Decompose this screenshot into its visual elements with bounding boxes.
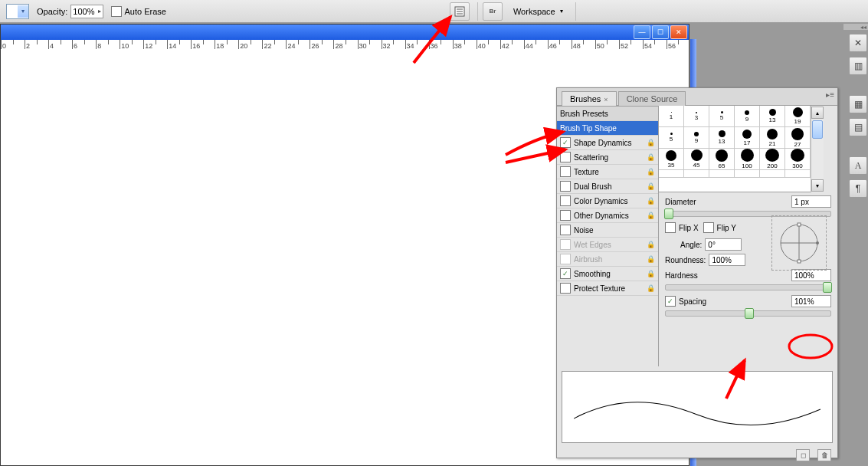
- scrollbar[interactable]: ▴ ▾: [811, 106, 824, 192]
- brush-swatch[interactable]: 1: [659, 106, 684, 127]
- checkbox[interactable]: [560, 181, 571, 192]
- diameter-input[interactable]: 1 px: [791, 195, 831, 208]
- option-wet-edges[interactable]: Wet Edges🔒: [557, 238, 658, 252]
- brush-swatch[interactable]: 21: [760, 127, 785, 149]
- brush-swatch[interactable]: 5: [709, 106, 735, 127]
- paragraph-icon[interactable]: ¶: [849, 179, 867, 198]
- option-smoothing[interactable]: ✓Smoothing🔒: [557, 267, 658, 281]
- brush-swatch[interactable]: 200: [760, 149, 785, 170]
- angle-input[interactable]: 0°: [705, 238, 742, 251]
- brush-grid[interactable]: 135913195913172127354565100200300: [659, 106, 811, 192]
- brush-swatch[interactable]: [735, 170, 760, 178]
- close-icon[interactable]: ×: [604, 96, 608, 103]
- spacing-slider[interactable]: [665, 310, 831, 317]
- checkbox[interactable]: [560, 152, 571, 162]
- angle-widget[interactable]: [771, 215, 827, 271]
- brush-swatch[interactable]: 45: [684, 149, 709, 170]
- brush-swatch[interactable]: 35: [659, 149, 684, 170]
- checkbox[interactable]: ✓: [560, 137, 571, 148]
- brush-swatch[interactable]: 13: [709, 127, 735, 149]
- bridge-icon[interactable]: Br: [483, 2, 503, 21]
- character-icon[interactable]: A: [849, 156, 867, 175]
- option-protect-texture[interactable]: Protect Texture🔒: [557, 281, 658, 296]
- option-dual-brush[interactable]: Dual Brush🔒: [557, 179, 658, 194]
- hardness-slider[interactable]: [665, 284, 831, 290]
- scroll-up-icon[interactable]: ▴: [811, 107, 824, 119]
- window-titlebar[interactable]: — ☐ ✕: [1, 25, 689, 40]
- brush-presets-header[interactable]: Brush Presets: [557, 106, 658, 121]
- checkbox[interactable]: ✓: [560, 268, 571, 279]
- trash-icon[interactable]: 🗑: [817, 449, 831, 461]
- svg-rect-9: [798, 260, 801, 263]
- opacity-label: Opacity:: [37, 7, 67, 16]
- layers-icon[interactable]: ▥: [849, 57, 867, 75]
- option-other-dynamics[interactable]: Other Dynamics🔒: [557, 208, 658, 223]
- flip-x-checkbox[interactable]: [665, 222, 676, 233]
- option-color-dynamics[interactable]: Color Dynamics🔒: [557, 194, 658, 208]
- actions-icon[interactable]: ▤: [849, 118, 867, 136]
- auto-erase-checkbox[interactable]: [111, 6, 122, 17]
- roundness-label: Roundness:: [665, 256, 706, 264]
- brush-properties: Diameter 1 px Flip X Flip Y Angle: 0° Ro…: [659, 192, 837, 323]
- brush-preset-combo[interactable]: ▾: [6, 4, 29, 19]
- lock-icon: 🔒: [647, 241, 655, 248]
- option-scattering[interactable]: Scattering🔒: [557, 150, 658, 165]
- checkbox[interactable]: [560, 283, 571, 294]
- brush-swatch[interactable]: [785, 170, 811, 178]
- tab-clone-source[interactable]: Clone Source: [618, 91, 686, 106]
- brush-swatch[interactable]: 3: [684, 106, 709, 127]
- history-icon[interactable]: ▦: [849, 95, 867, 113]
- close-button[interactable]: ✕: [670, 25, 687, 39]
- angle-label: Angle:: [680, 241, 702, 249]
- brush-swatch[interactable]: 27: [785, 127, 811, 149]
- spacing-input[interactable]: 101%: [791, 295, 831, 307]
- tab-brushes[interactable]: Brushes×: [562, 91, 617, 106]
- workspace-menu[interactable]: Workspace▾: [506, 7, 571, 16]
- checkbox[interactable]: [560, 195, 571, 206]
- brushes-panel: Brushes× Clone Source ▸≡ Brush Presets B…: [556, 87, 838, 458]
- auto-erase-label: Auto Erase: [125, 7, 166, 16]
- option-noise[interactable]: Noise: [557, 223, 658, 238]
- options-bar: ▾ Opacity: 100%▸ Auto Erase Br Workspace…: [0, 0, 868, 23]
- brush-swatch[interactable]: [659, 170, 684, 178]
- checkbox[interactable]: [560, 166, 571, 177]
- brush-swatch[interactable]: [760, 170, 785, 178]
- lock-icon: 🔒: [647, 197, 655, 205]
- dock-collapse[interactable]: ◂◂: [843, 24, 868, 30]
- scroll-thumb[interactable]: [812, 120, 823, 139]
- brush-tip-shape[interactable]: Brush Tip Shape: [557, 121, 658, 136]
- brush-swatch[interactable]: 65: [709, 149, 735, 170]
- checkbox[interactable]: [560, 225, 571, 235]
- brush-swatch[interactable]: 9: [735, 106, 760, 127]
- checkbox[interactable]: [560, 239, 571, 250]
- option-texture[interactable]: Texture🔒: [557, 165, 658, 179]
- horizontal-ruler[interactable]: 0246810121416182022242628303234363840424…: [1, 40, 689, 54]
- panel-footer: ◻ 🗑: [557, 448, 837, 463]
- brush-swatch[interactable]: 9: [684, 127, 709, 149]
- hardness-input[interactable]: 100%: [791, 269, 831, 281]
- checkbox[interactable]: [560, 210, 571, 221]
- brush-swatch[interactable]: 19: [785, 106, 811, 127]
- lock-icon: 🔒: [647, 139, 655, 146]
- brush-swatch[interactable]: 17: [735, 127, 760, 149]
- option-airbrush[interactable]: Airbrush🔒: [557, 252, 658, 267]
- spacing-checkbox[interactable]: ✓: [665, 296, 676, 307]
- maximize-button[interactable]: ☐: [652, 25, 669, 39]
- brush-swatch[interactable]: 100: [735, 149, 760, 170]
- checkbox[interactable]: [560, 254, 571, 264]
- minimize-button[interactable]: —: [634, 25, 650, 39]
- brush-swatch[interactable]: 5: [659, 127, 684, 149]
- roundness-input[interactable]: 100%: [709, 254, 745, 266]
- brush-swatch[interactable]: [709, 170, 735, 178]
- panel-menu-icon[interactable]: ▸≡: [826, 90, 834, 99]
- tool-presets-icon[interactable]: ✕: [849, 34, 867, 52]
- scroll-down-icon[interactable]: ▾: [811, 179, 824, 192]
- opacity-input[interactable]: 100%▸: [70, 5, 103, 18]
- flip-y-checkbox[interactable]: [703, 222, 714, 233]
- new-preset-icon[interactable]: ◻: [796, 449, 810, 461]
- option-shape-dynamics[interactable]: ✓Shape Dynamics🔒: [557, 136, 658, 150]
- brush-swatch[interactable]: [684, 170, 709, 178]
- brush-swatch[interactable]: 13: [760, 106, 785, 127]
- brushes-panel-toggle-icon[interactable]: [450, 2, 470, 21]
- brush-swatch[interactable]: 300: [785, 149, 811, 170]
